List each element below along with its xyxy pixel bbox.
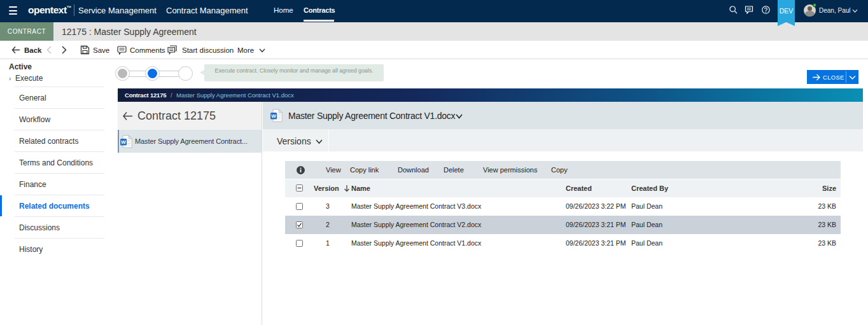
svg-text:W: W (121, 139, 126, 145)
svg-text:W: W (271, 113, 276, 119)
